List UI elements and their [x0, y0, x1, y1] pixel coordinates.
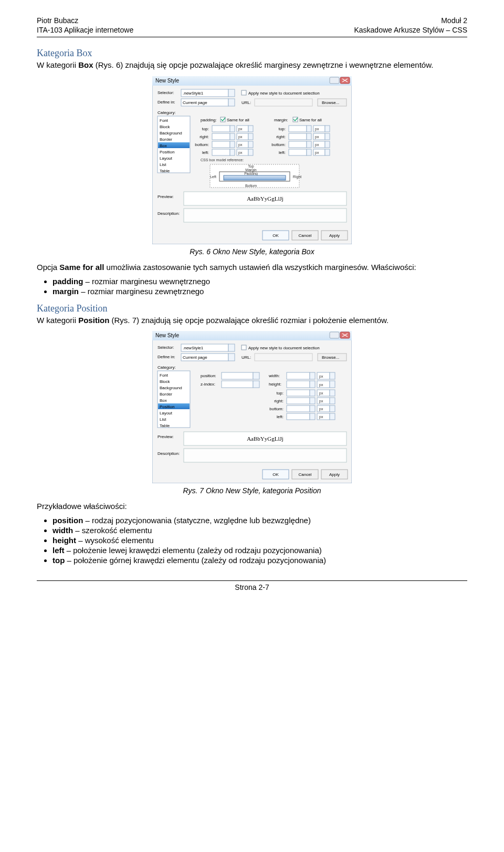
window-close-icon[interactable] [340, 77, 350, 84]
dropdown-icon[interactable] [330, 381, 335, 388]
apply-checkbox[interactable] [242, 90, 246, 95]
category-item[interactable]: Block [160, 124, 171, 129]
dropdown-icon[interactable] [228, 89, 235, 97]
spinner-icon[interactable] [230, 149, 235, 155]
category-item[interactable]: Position [160, 404, 174, 409]
spinner-icon[interactable] [307, 133, 311, 140]
dropdown-icon[interactable] [330, 406, 335, 412]
category-item[interactable]: Layout [160, 156, 173, 161]
position-offset-input[interactable] [287, 413, 310, 420]
category-item[interactable]: List [160, 162, 166, 167]
definein-value[interactable]: Current page [183, 100, 207, 105]
dropdown-icon[interactable] [228, 344, 235, 351]
spinner-icon[interactable] [307, 149, 311, 155]
margin-value-input[interactable] [289, 126, 307, 132]
dropdown-icon[interactable] [325, 149, 330, 155]
apply-checkbox[interactable] [242, 345, 246, 350]
spinner-icon[interactable] [310, 413, 315, 420]
padding-value-input[interactable] [212, 133, 230, 140]
after-box-para: Opcja Same for all umożliwia zastosowani… [37, 262, 467, 273]
margin-value-input[interactable] [289, 133, 307, 140]
description-box [184, 209, 346, 222]
url-input[interactable] [255, 354, 312, 361]
category-item[interactable]: Border [160, 137, 172, 142]
position-offset-input[interactable] [287, 406, 310, 412]
padding-value-input[interactable] [212, 126, 230, 132]
unit-label: px [319, 407, 323, 411]
cancel-button-label: Cancel [299, 472, 312, 477]
dropdown-icon[interactable] [325, 126, 330, 132]
spinner-icon[interactable] [230, 133, 235, 140]
position-input[interactable] [222, 372, 253, 379]
text: W kategorii [37, 316, 78, 325]
dropdown-icon[interactable] [248, 126, 253, 132]
dropdown-icon[interactable] [325, 133, 330, 140]
url-input[interactable] [255, 99, 312, 106]
dropdown-icon[interactable] [330, 413, 335, 420]
dropdown-icon[interactable] [228, 99, 235, 106]
category-item[interactable]: Font [160, 118, 169, 123]
category-item[interactable]: Background [160, 131, 182, 136]
category-item[interactable]: Box [160, 143, 167, 148]
window-minmax-icon[interactable] [330, 332, 339, 338]
category-item[interactable]: Layout [160, 411, 173, 415]
selector-value[interactable]: .newStyle1 [183, 91, 204, 96]
spinner-icon[interactable] [310, 381, 315, 388]
dropdown-icon[interactable] [330, 398, 335, 404]
category-item[interactable]: Table [160, 423, 170, 428]
width-input[interactable] [287, 372, 310, 379]
spinner-icon[interactable] [310, 406, 315, 412]
dropdown-icon[interactable] [248, 141, 253, 148]
dropdown-icon[interactable] [330, 390, 335, 396]
category-item[interactable]: Table [160, 169, 170, 173]
category-item[interactable]: Background [160, 386, 182, 390]
spinner-icon[interactable] [310, 398, 315, 404]
category-item[interactable]: Font [160, 373, 169, 378]
category-item[interactable]: Border [160, 392, 172, 397]
padding-value-input[interactable] [212, 149, 230, 155]
section-position-intro: W kategorii Position (Rys. 7) znajdują s… [37, 315, 467, 326]
category-item[interactable]: Box [160, 398, 167, 403]
category-item[interactable]: List [160, 417, 166, 422]
cancel-button-label: Cancel [299, 233, 312, 238]
margin-value-input[interactable] [289, 141, 307, 148]
definein-label: Define in: [158, 355, 175, 359]
position-offset-input[interactable] [287, 390, 310, 396]
spinner-icon[interactable] [310, 372, 315, 379]
list-item: top – położenie górnej krawędzi elementu… [52, 556, 467, 565]
padding-value-input[interactable] [212, 141, 230, 148]
dropdown-icon[interactable] [253, 381, 259, 388]
window-minmax-icon[interactable] [330, 77, 339, 84]
spinner-icon[interactable] [230, 141, 235, 148]
category-item[interactable]: Position [160, 150, 174, 154]
spinner-icon[interactable] [307, 126, 311, 132]
preview-label: Preview: [158, 434, 174, 439]
spinner-icon[interactable] [230, 126, 235, 132]
dropdown-icon[interactable] [325, 141, 330, 148]
zindex-input[interactable] [222, 381, 253, 388]
dropdown-icon[interactable] [248, 149, 253, 155]
category-item[interactable]: Block [160, 379, 171, 384]
preview-text: AaBbYyGgLlJj [247, 195, 284, 202]
margin-value-input[interactable] [289, 149, 307, 155]
unit-label: px [315, 135, 319, 139]
position-offset-input[interactable] [287, 398, 310, 404]
selector-value[interactable]: .newStyle1 [183, 346, 204, 350]
description-label: Description: [158, 211, 180, 216]
definein-label: Define in: [158, 100, 175, 105]
text-bold: Position [78, 316, 109, 325]
spinner-icon[interactable] [310, 390, 315, 396]
dropdown-icon[interactable] [330, 372, 335, 379]
height-input[interactable] [287, 381, 310, 388]
window-close-icon[interactable] [340, 332, 350, 338]
header-module: Moduł 2 [354, 16, 467, 25]
dropdown-icon[interactable] [248, 133, 253, 140]
spinner-icon[interactable] [307, 141, 311, 148]
side-label: left: [279, 150, 286, 155]
position-properties-list: position – rodzaj pozycjonowania (statyc… [52, 516, 467, 565]
dropdown-icon[interactable] [253, 372, 259, 379]
dropdown-icon[interactable] [228, 354, 235, 361]
preview-label: Preview: [158, 194, 174, 199]
definein-value[interactable]: Current page [183, 355, 207, 360]
text-bold: Box [78, 60, 93, 69]
